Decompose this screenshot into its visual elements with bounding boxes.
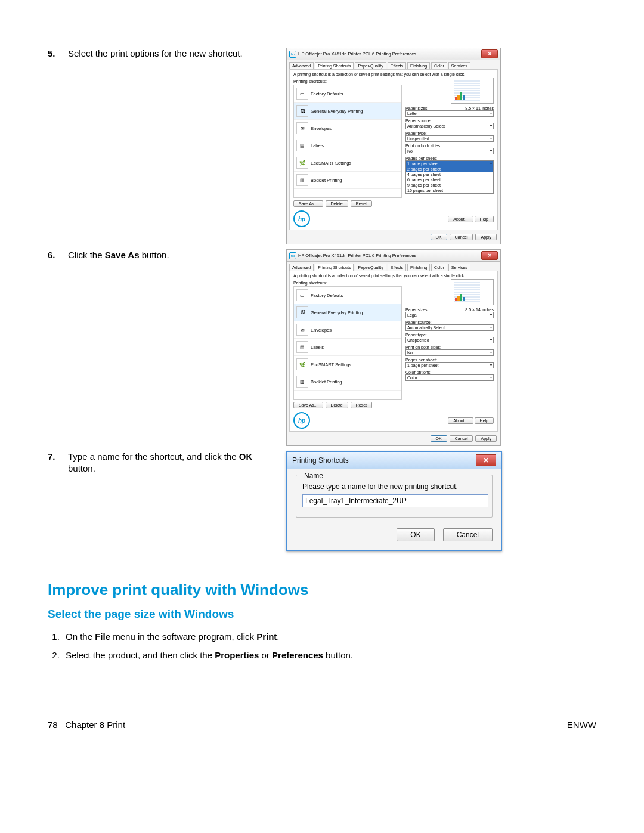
eco-icon: 🌿 (296, 358, 308, 370)
heading-page-size: Select the page size with Windows (48, 608, 596, 621)
paper-source-select[interactable]: Automatically Select (405, 123, 494, 129)
reset-button[interactable]: Reset (351, 200, 372, 207)
footer-right: ENWW (567, 720, 596, 730)
ok-button[interactable]: OK (431, 234, 447, 240)
pages-per-sheet-select[interactable]: 1 page per sheet (405, 362, 494, 368)
close-icon[interactable]: ✕ (481, 49, 498, 58)
both-sides-select[interactable]: No (405, 148, 494, 154)
name-legend: Name (302, 472, 325, 480)
tab-services[interactable]: Services (448, 62, 470, 69)
page-number: 78 (48, 720, 58, 730)
save-as-button[interactable]: Save As... (293, 200, 323, 207)
envelope-icon: ✉ (296, 122, 308, 134)
paper-type-select[interactable]: Unspecified (405, 135, 494, 142)
page-size-steps: On the File menu in the software program… (62, 631, 596, 660)
preview-thumbnail (451, 279, 494, 305)
step-6: 6. Click the Save As button. (48, 249, 286, 261)
labels-icon: ▤ (296, 341, 308, 353)
tab-color[interactable]: Color (431, 264, 447, 271)
step-2: Select the product, and then click the P… (62, 650, 596, 660)
tab-finishing[interactable]: Finishing (407, 264, 430, 271)
print-prefs-dialog-2: hpHP Officejet Pro X451dn Printer PCL 6 … (286, 249, 501, 446)
chapter-label: Chapter 8 Print (65, 720, 125, 730)
help-button[interactable]: Help (475, 216, 494, 222)
dialog-title: Printing Shortcuts (292, 456, 349, 465)
tabs: Advanced Printing Shortcuts Paper/Qualit… (287, 60, 500, 69)
shortcut-list[interactable]: ▭Factory Defaults 🖼General Everyday Prin… (293, 85, 402, 198)
delete-button[interactable]: Delete (326, 402, 348, 408)
pages-per-sheet-select[interactable]: 1 page per sheet 2 pages per sheet 4 pag… (405, 160, 494, 194)
preview-thumbnail (451, 78, 494, 104)
apply-button[interactable]: Apply (475, 234, 497, 240)
color-options-select[interactable]: Color (405, 374, 494, 381)
ok-button[interactable]: OK (397, 528, 434, 541)
print-prefs-dialog-1: hpHP Officejet Pro X451dn Printer PCL 6 … (286, 48, 501, 244)
paper-type-select[interactable]: Unspecified (405, 337, 494, 343)
page-footer: 78 Chapter 8 Print ENWW (48, 720, 596, 730)
delete-button[interactable]: Delete (326, 200, 348, 207)
help-button[interactable]: Help (475, 417, 494, 424)
tab-printing-shortcuts[interactable]: Printing Shortcuts (315, 264, 354, 271)
tab-advanced[interactable]: Advanced (289, 264, 314, 271)
booklet-icon: ▥ (296, 174, 308, 186)
booklet-icon: ▥ (296, 376, 308, 388)
hp-small-icon: hp (289, 51, 296, 58)
tab-finishing[interactable]: Finishing (407, 62, 430, 69)
step-5: 5. Select the print options for the new … (48, 48, 286, 60)
paper-size-select[interactable]: Legal (405, 312, 494, 318)
tab-paper-quality[interactable]: Paper/Quality (355, 62, 386, 69)
blank-icon: ▭ (296, 88, 308, 100)
paper-size-select[interactable]: Letter (405, 110, 494, 117)
tab-paper-quality[interactable]: Paper/Quality (355, 264, 386, 271)
name-prompt: Please type a name for the new printing … (302, 482, 486, 491)
cancel-button[interactable]: Cancel (450, 234, 473, 240)
hp-small-icon: hp (289, 252, 296, 259)
shortcut-name-input[interactable] (302, 494, 488, 507)
close-icon[interactable]: ✕ (476, 454, 496, 466)
reset-button[interactable]: Reset (351, 402, 372, 408)
blank-icon: ▭ (296, 289, 308, 301)
tab-services[interactable]: Services (448, 264, 470, 271)
tab-printing-shortcuts[interactable]: Printing Shortcuts (315, 62, 354, 69)
tab-advanced[interactable]: Advanced (289, 62, 314, 69)
apply-button[interactable]: Apply (475, 435, 497, 442)
heading-improve-quality: Improve print quality with Windows (48, 581, 596, 599)
step-7: 7. Type a name for the shortcut, and cli… (48, 451, 286, 475)
about-button[interactable]: About... (448, 216, 473, 222)
both-sides-select[interactable]: No (405, 349, 494, 356)
hp-logo-icon: hp (293, 210, 310, 227)
tab-effects[interactable]: Effects (388, 264, 406, 271)
labels-icon: ▤ (296, 140, 308, 151)
step-1: On the File menu in the software program… (62, 631, 596, 642)
cancel-button[interactable]: Cancel (443, 528, 493, 541)
ok-button[interactable]: OK (431, 435, 447, 442)
save-as-button[interactable]: Save As... (293, 402, 323, 408)
shortcut-list[interactable]: ▭Factory Defaults 🖼General Everyday Prin… (293, 286, 402, 400)
photo-icon: 🖼 (296, 105, 308, 117)
cancel-button[interactable]: Cancel (450, 435, 473, 442)
photo-icon: 🖼 (296, 306, 308, 318)
hp-logo-icon: hp (293, 412, 310, 429)
envelope-icon: ✉ (296, 324, 308, 336)
close-icon[interactable]: ✕ (481, 251, 498, 260)
paper-source-select[interactable]: Automatically Select (405, 324, 494, 331)
tab-effects[interactable]: Effects (388, 62, 406, 69)
name-shortcut-dialog: Printing Shortcuts ✕ Name Please type a … (286, 451, 502, 551)
about-button[interactable]: About... (448, 417, 473, 424)
tab-color[interactable]: Color (431, 62, 447, 69)
eco-icon: 🌿 (296, 157, 308, 169)
